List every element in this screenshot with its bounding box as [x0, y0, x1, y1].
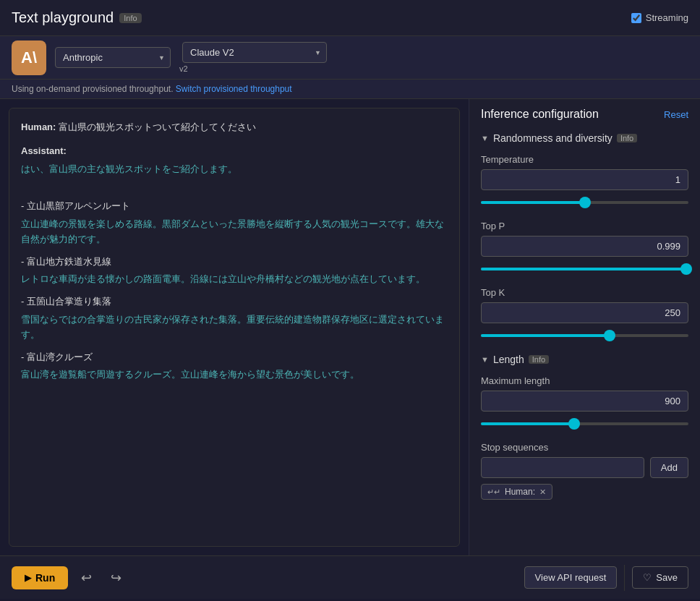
provisioned-info: Using on-demand provisioned throughput. …: [0, 80, 700, 99]
top-p-thumb[interactable]: [680, 263, 692, 275]
stop-seq-tags: ↵↵ Human: ✕: [481, 484, 688, 500]
section-desc-2: レトロな車両が走る懐かしの路面電車。沿線には立山や舟橋村などの観光地が点在してい…: [21, 272, 448, 287]
section-title-3: - 五箇山合掌造り集落: [21, 294, 448, 310]
header-title-group: Text playground Info: [12, 9, 142, 26]
run-label: Run: [35, 572, 55, 584]
info-badge[interactable]: Info: [119, 13, 141, 23]
length-info-icon[interactable]: Info: [529, 355, 549, 364]
redo-button[interactable]: ↪: [105, 567, 127, 589]
run-button[interactable]: ▶ Run: [12, 566, 68, 589]
stop-seq-tag-text: Human:: [505, 487, 535, 497]
chat-area[interactable]: Human: 富山県の観光スポットついて紹介してください Assistant: …: [9, 108, 460, 547]
human-message: Human: 富山県の観光スポットついて紹介してください: [21, 120, 448, 135]
temperature-slider[interactable]: [481, 196, 688, 209]
toolbar: A\ Anthropic Claude V2 v2: [0, 36, 700, 80]
bottom-divider: [624, 565, 625, 591]
randomness-label: Randomness and diversity: [493, 132, 612, 144]
randomness-info-icon[interactable]: Info: [617, 134, 637, 142]
length-section: ▼ Length Info Maximum length 900 Stop se…: [481, 354, 688, 500]
switch-provisioned-link[interactable]: Switch provisioned throughput: [176, 84, 292, 94]
section-title-2: - 富山地方鉄道水見線: [21, 255, 448, 270]
length-arrow-icon: ▼: [481, 355, 489, 364]
top-p-slider[interactable]: [481, 263, 688, 276]
streaming-checkbox[interactable]: [631, 13, 641, 23]
max-length-track: [481, 422, 688, 425]
inference-title: Inference configuration: [481, 108, 599, 121]
main-layout: Human: 富山県の観光スポットついて紹介してください Assistant: …: [0, 99, 700, 555]
temperature-fill: [481, 201, 585, 204]
stop-sequences-label: Stop sequences: [481, 442, 688, 453]
assistant-message: Assistant: はい、富山県の主な観光スポットをご紹介します。 - 立山黒…: [21, 144, 448, 383]
temperature-label: Temperature: [481, 154, 688, 165]
randomness-arrow-icon: ▼: [481, 134, 489, 142]
max-length-thumb[interactable]: [568, 418, 580, 430]
panel-title-row: Inference configuration Reset: [481, 108, 688, 121]
provider-select-wrapper[interactable]: Anthropic: [55, 47, 171, 68]
section-desc-4: 富山湾を遊覧船で周遊するクルーズ。立山連峰を海から望む景色が美しいです。: [21, 367, 448, 383]
logo: A\: [12, 41, 46, 75]
save-label: Save: [656, 572, 678, 583]
bottom-right: View API request ♡ Save: [524, 565, 688, 591]
max-length-param: Maximum length 900: [481, 375, 688, 430]
top-k-slider[interactable]: [481, 329, 688, 342]
page-title: Text playground: [12, 9, 114, 26]
stop-seq-tag-human: ↵↵ Human: ✕: [481, 484, 552, 500]
temperature-param: Temperature 1: [481, 154, 688, 209]
stop-sequences-param: Stop sequences Add ↵↵ Human: ✕: [481, 442, 688, 500]
streaming-label: Streaming: [646, 12, 688, 23]
assistant-intro: はい、富山県の主な観光スポットをご紹介します。: [21, 162, 448, 177]
max-length-fill: [481, 422, 574, 425]
stop-seq-row: Add: [481, 457, 688, 478]
model-select-wrapper[interactable]: Claude V2: [182, 42, 327, 63]
section-desc-1: 立山連峰の景観を楽しめる路線。黒部ダムといった景勝地を縦断する人気の観光コースで…: [21, 217, 448, 247]
bottom-bar: ▶ Run ↩ ↪ View API request ♡ Save: [0, 555, 700, 599]
randomness-section-header[interactable]: ▼ Randomness and diversity Info: [481, 132, 688, 144]
top-p-track: [481, 268, 688, 270]
temperature-input[interactable]: 1: [481, 169, 688, 190]
streaming-toggle[interactable]: Streaming: [631, 12, 688, 23]
length-label: Length: [493, 354, 524, 365]
section-title-4: - 富山湾クルーズ: [21, 350, 448, 365]
top-p-fill: [481, 268, 686, 270]
top-k-thumb[interactable]: [604, 330, 615, 341]
model-select[interactable]: Claude V2: [182, 42, 327, 63]
model-version: v2: [179, 64, 327, 73]
top-p-label: Top P: [481, 221, 688, 231]
stop-seq-input[interactable]: [481, 457, 644, 478]
header: Text playground Info Streaming: [0, 0, 700, 36]
add-stop-seq-button[interactable]: Add: [650, 457, 688, 478]
top-p-param: Top P 0.999: [481, 221, 688, 276]
reset-button[interactable]: Reset: [664, 109, 688, 120]
section-title-1: - 立山黒部アルペンルート: [21, 199, 448, 214]
top-k-track: [481, 334, 688, 337]
temperature-thumb[interactable]: [579, 197, 591, 208]
human-label: Human:: [21, 122, 56, 132]
save-button[interactable]: ♡ Save: [632, 566, 688, 589]
heart-icon: ♡: [643, 572, 652, 583]
provider-select[interactable]: Anthropic: [55, 47, 171, 68]
max-length-slider[interactable]: [481, 417, 688, 430]
max-length-input[interactable]: 900: [481, 391, 688, 412]
top-p-input[interactable]: 0.999: [481, 236, 688, 257]
human-text: 富山県の観光スポットついて紹介してください: [59, 122, 256, 132]
length-section-header[interactable]: ▼ Length Info: [481, 354, 688, 365]
top-k-label: Top K: [481, 287, 688, 298]
model-select-container: Claude V2 v2: [179, 42, 327, 73]
right-panel: Inference configuration Reset ▼ Randomne…: [469, 99, 700, 555]
section-desc-3: 雪国ならではの合掌造りの古民家が保存された集落。重要伝統的建造物群保存地区に選定…: [21, 312, 448, 343]
top-k-fill: [481, 334, 610, 337]
bottom-left: ▶ Run ↩ ↪: [12, 566, 127, 589]
undo-button[interactable]: ↩: [75, 567, 98, 589]
provisioned-text: Using on-demand provisioned throughput.: [12, 84, 173, 94]
max-length-label: Maximum length: [481, 375, 688, 386]
top-k-param: Top K 250: [481, 287, 688, 342]
top-k-input[interactable]: 250: [481, 302, 688, 323]
enter-icon: ↵↵: [487, 487, 500, 497]
view-api-button[interactable]: View API request: [524, 566, 618, 589]
assistant-label: Assistant:: [21, 144, 448, 159]
remove-stop-seq-button[interactable]: ✕: [539, 487, 546, 497]
play-icon: ▶: [25, 573, 31, 583]
